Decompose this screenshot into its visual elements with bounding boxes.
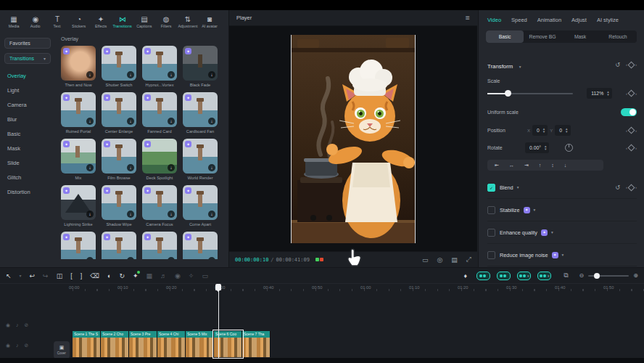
timeline-zoom-slider[interactable] (588, 275, 629, 277)
layout-tool-icon[interactable]: ▦ (146, 272, 152, 280)
transition-thumbnail[interactable]: ✦ ↓ (142, 232, 177, 259)
section-checkbox[interactable]: ✓ (487, 251, 495, 259)
position-x-box[interactable]: 0 ▲▼ (532, 125, 548, 136)
transition-item[interactable]: ✦ ↓ (61, 232, 96, 259)
library-category-item[interactable]: Light (4, 83, 22, 97)
download-icon[interactable]: ↓ (208, 257, 215, 259)
track-mute-icon[interactable]: ♪ (16, 343, 19, 348)
library-category-item[interactable]: Slide (4, 155, 22, 170)
timeline-feature-pill[interactable] (497, 272, 511, 280)
preview-area[interactable] (229, 26, 477, 251)
inspector-subtab[interactable]: Basic (486, 30, 524, 43)
tool-adjustment[interactable]: ⇅ Adjustment (177, 16, 199, 28)
align-center-v-icon[interactable]: ↕ (551, 163, 554, 168)
chevron-down-icon[interactable]: ▾ (562, 253, 564, 257)
transition-thumbnail[interactable]: ✦ ↓ (183, 232, 218, 259)
player-options-icon[interactable]: ≣ (465, 15, 470, 21)
download-icon[interactable]: ↓ (168, 164, 175, 171)
transition-thumbnail[interactable]: ✦ ↓ (102, 46, 136, 81)
transition-thumbnail[interactable]: ✦ ↓ (183, 185, 218, 220)
transition-thumbnail[interactable]: ✦ ↓ (142, 185, 177, 220)
scale-slider[interactable] (487, 93, 573, 94)
align-center-h-icon[interactable]: ↔ (509, 163, 514, 168)
download-icon[interactable]: ↓ (168, 118, 175, 125)
favorites-button[interactable]: Favorites (4, 38, 51, 49)
timeline-feature-pill[interactable]: ▾ (517, 272, 531, 280)
preview-axis-icon[interactable]: ⧉ (564, 272, 568, 280)
download-icon[interactable]: ↓ (127, 211, 134, 218)
transition-item[interactable]: ✦ ↓ (102, 232, 136, 259)
transition-thumbnail[interactable]: ✦ ↓ (61, 185, 96, 220)
resolution-icon[interactable]: ▤ (451, 256, 458, 264)
align-bottom-icon[interactable]: ↓ (564, 163, 567, 168)
video-clip[interactable]: Scene 7 Tha (242, 331, 271, 357)
keyframe-control[interactable]: ‹› (626, 145, 637, 150)
download-icon[interactable]: ↓ (208, 118, 215, 125)
track-mute-icon[interactable]: ♪ (16, 322, 19, 328)
library-category-item[interactable]: Basic (4, 126, 23, 141)
transition-thumbnail[interactable]: ✦ ↓ (102, 139, 136, 174)
undo-icon[interactable]: ↩ (30, 272, 36, 280)
select-tool-icon[interactable]: ↖ (6, 272, 12, 280)
library-category-item[interactable]: Distortion (4, 184, 33, 199)
inspector-tab[interactable]: Animation (537, 17, 561, 23)
download-icon[interactable]: ↓ (86, 211, 94, 218)
zoom-in-icon[interactable]: ⊕ (633, 272, 638, 279)
download-icon[interactable]: ↓ (127, 164, 134, 171)
timeline-feature-pill[interactable] (476, 272, 490, 280)
transition-item[interactable]: ✦ ↓ (142, 232, 177, 259)
video-frame[interactable] (291, 35, 416, 243)
transition-item[interactable]: ✦ ↓ Ruined Portal (61, 92, 96, 134)
chevron-down-icon[interactable]: ▾ (519, 65, 521, 69)
transition-thumbnail[interactable]: ✦ ↓ (61, 92, 96, 127)
section-checkbox[interactable]: ✓ (487, 229, 495, 237)
tool-captions[interactable]: ▤ Captions (133, 16, 155, 28)
library-category-item[interactable]: Blur (4, 112, 20, 126)
portrait-tool-icon[interactable]: ◉ (175, 272, 181, 280)
download-icon[interactable]: ↓ (208, 71, 215, 78)
transition-thumbnail[interactable]: ✦ ↓ (102, 232, 136, 259)
transition-item[interactable]: ✦ ↓ Camera Focus (142, 185, 177, 227)
category-dropdown[interactable]: Transitions ▾ (4, 53, 51, 64)
library-category-item[interactable]: Camera (4, 97, 30, 112)
ratio-icon[interactable]: ▭ (422, 256, 429, 264)
inspector-tab[interactable]: Adjust (571, 17, 587, 23)
timeline-ruler[interactable]: 00:00 00:10 00:20 00:30 00:40 00:50 01:0… (69, 284, 644, 292)
audio-tool-icon[interactable]: ♬ (160, 272, 167, 280)
transition-item[interactable]: ✦ ↓ Fanned Card (142, 92, 177, 134)
transition-item[interactable]: ✦ ↓ Black Fade (183, 46, 218, 87)
download-icon[interactable]: ↓ (86, 257, 94, 259)
transition-thumbnail[interactable]: ✦ ↓ (183, 139, 218, 174)
transition-item[interactable]: ✦ ↓ Lightning Strike (61, 185, 96, 227)
scale-value-box[interactable]: 112% ▲▼ (587, 88, 611, 99)
download-icon[interactable]: ↓ (208, 164, 215, 171)
redo-icon[interactable]: ↪ (43, 272, 49, 280)
video-clip[interactable]: Scene 2 Cho (101, 331, 129, 357)
track-hide-icon[interactable]: ◉ (6, 322, 10, 328)
trim-right-icon[interactable]: ] (80, 272, 83, 280)
tool-transitions[interactable]: ⋈ Transitions (112, 16, 133, 28)
transition-thumbnail[interactable]: ✦ ↓ (102, 185, 136, 220)
transition-thumbnail[interactable]: ✦ ↓ (142, 139, 177, 174)
transition-item[interactable]: ✦ ↓ Shutter Switch (102, 46, 136, 87)
transition-item[interactable]: ✦ ↓ World Render (183, 139, 218, 180)
keyframe-control[interactable]: ‹› (626, 185, 637, 190)
transition-item[interactable]: ✦ ↓ Come Apart (183, 185, 218, 227)
playhead[interactable] (218, 284, 219, 358)
library-category-item[interactable]: Overlay (4, 68, 29, 83)
keyframe-control[interactable]: ‹› (626, 62, 637, 68)
rotate-value-box[interactable]: 0.00° ▲▼ (525, 142, 549, 153)
align-right-icon[interactable]: ⇥ (524, 163, 529, 168)
inspector-tab[interactable]: Video (487, 17, 501, 23)
keyframe-control[interactable]: ‹› (626, 128, 637, 133)
split-icon[interactable]: ◫ (57, 272, 63, 280)
download-icon[interactable]: ↓ (127, 118, 134, 125)
camera-tool-icon[interactable]: ▭ (202, 272, 208, 280)
snapshot-icon[interactable]: ◎ (437, 256, 442, 264)
playhead-handle[interactable] (215, 284, 221, 290)
transition-item[interactable]: ✦ ↓ Deck Spotlight (142, 139, 177, 180)
section-checkbox[interactable]: ✓ (487, 184, 495, 192)
delete-icon[interactable]: ⌫ (90, 272, 99, 280)
align-top-icon[interactable]: ↑ (539, 163, 542, 168)
transition-thumbnail[interactable]: ✦ ↓ (61, 139, 96, 174)
